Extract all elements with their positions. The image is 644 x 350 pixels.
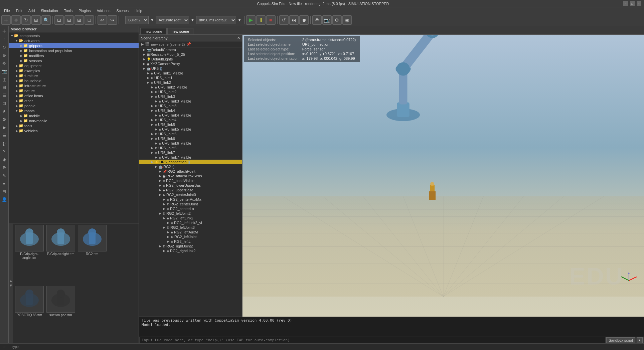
- hier-item-RG2_attachPoint[interactable]: ▶📌RG2_attachPoint: [139, 169, 242, 174]
- left-icon-wire[interactable]: ◫: [1, 75, 8, 83]
- left-icon-copy[interactable]: ⊡: [1, 100, 8, 107]
- lua-input[interactable]: [140, 337, 605, 343]
- hier-item-RG2_centerJoint[interactable]: ▶⚙RG2_centerJoint: [139, 202, 242, 206]
- left-icon-extra1[interactable]: ◈: [1, 156, 8, 163]
- tb-settings-btn[interactable]: ⚙: [332, 15, 342, 25]
- thumbnail-item-1[interactable]: P-Grip-straight.ttm: [46, 225, 76, 285]
- viewport-3d[interactable]: Selected objects: 2 (frame-frame distanc…: [243, 35, 644, 317]
- hier-item-XYZCameraProxy[interactable]: ▶◉XYZCameraProxy: [139, 61, 242, 66]
- scene-tab-1[interactable]: new scene: [140, 28, 167, 34]
- left-icon-obj[interactable]: ⚙: [1, 116, 8, 123]
- hier-item-ResizableFloor_5_25[interactable]: ▶▦ResizableFloor_5_25: [139, 52, 242, 57]
- minimize-button[interactable]: −: [623, 1, 628, 6]
- tb-redo-btn[interactable]: ↪: [108, 15, 117, 25]
- tb-wire-btn[interactable]: ⊞: [74, 15, 84, 25]
- model-tree-item-actuators[interactable]: ▼📂actuators: [9, 38, 139, 43]
- hier-item-RG2_rightLink2[interactable]: ▶◈RG2_rightLink2: [139, 248, 242, 253]
- hier-item-UR5_link5_visible[interactable]: ▶◈UR5_link5_visible: [139, 127, 242, 132]
- menu-file[interactable]: File: [1, 7, 13, 14]
- hier-item-UR5_link6[interactable]: ▶◈UR5_link6: [139, 136, 242, 141]
- left-icon-extra4[interactable]: ≡: [1, 180, 8, 187]
- thumbnail-item-3[interactable]: ROBOTIQ 85.ttm: [14, 286, 44, 342]
- maximize-button[interactable]: □: [630, 1, 635, 6]
- hier-item-UR5_link3_visible[interactable]: ▶◈UR5_link3_visible: [139, 99, 242, 104]
- tb-cam2-btn[interactable]: 📷: [322, 15, 332, 25]
- menu-scenes[interactable]: Scenes: [114, 7, 131, 14]
- left-icon-move[interactable]: ↑: [1, 35, 8, 43]
- model-tree-item-sensors[interactable]: ▶📁sensors: [9, 58, 139, 63]
- left-icon-script[interactable]: {}: [1, 140, 8, 147]
- left-icon-help[interactable]: ?: [1, 148, 8, 155]
- hier-item-RG2_leftJoint3[interactable]: ▶⚙RG2_leftJoint3: [139, 225, 242, 230]
- accuracy-select[interactable]: Accurate (def:: [156, 16, 189, 24]
- left-icon-align[interactable]: ☰: [1, 92, 8, 99]
- hier-item-UR5_link7_visible[interactable]: ▶◈UR5_link7_visible: [139, 155, 242, 160]
- left-icon-sim[interactable]: ▶: [1, 124, 8, 131]
- physics-engine-select[interactable]: Bullet 2.: [125, 16, 149, 24]
- menu-add[interactable]: Add: [26, 7, 38, 14]
- hier-item-RG2_centerAuxMa[interactable]: ▶◈RG2_centerAuxMa: [139, 197, 242, 202]
- hier-item-UR5_link5[interactable]: ▶◈UR5_link5: [139, 122, 242, 127]
- left-icon-del[interactable]: ✗: [1, 108, 8, 115]
- tb-scale-btn[interactable]: ⊞: [31, 15, 41, 25]
- left-icon-select[interactable]: ✛: [1, 27, 8, 35]
- hier-close-icon[interactable]: ✕: [237, 36, 240, 40]
- hier-item-RG2_leftAuxM[interactable]: ▶◈RG2_leftAuxM: [139, 230, 242, 234]
- tb-undo-btn[interactable]: ↩: [98, 15, 107, 25]
- model-tree-item-locomotion[interactable]: ▶📁locomotion and propulsion: [9, 48, 139, 53]
- hier-item-UR5_joint5[interactable]: ▶⚙UR5_joint5: [139, 132, 242, 136]
- hier-item-UR5_connection[interactable]: ▶⚡UR5_connection{}: [139, 160, 242, 164]
- hier-item-UR5_link2_visible[interactable]: ▶◈UR5_link2_visible: [139, 85, 242, 90]
- hier-item-UR5_link2[interactable]: ▶◈UR5_link2: [139, 80, 242, 85]
- hier-item-UR5_joint2[interactable]: ▶⚙UR5_joint2: [139, 90, 242, 94]
- model-tree-item-household[interactable]: ▶📁household: [9, 78, 139, 83]
- thumbnail-item-0[interactable]: P-Grip-right-angle.ttm: [14, 225, 44, 285]
- scene-tab-2[interactable]: new scene: [167, 28, 194, 34]
- model-tree-item-non-mobile[interactable]: ▶📁non-mobile: [9, 118, 139, 123]
- play-button[interactable]: ▶: [246, 15, 256, 25]
- menu-help[interactable]: Help: [132, 7, 145, 14]
- stop-button[interactable]: ■: [266, 15, 276, 25]
- hier-item-RG2_leftLink2[interactable]: ▶◈RG2_leftLink2: [139, 216, 242, 220]
- hier-item-RG2_leftJoint[interactable]: ▶⚙RG2_leftJoint: [139, 234, 242, 239]
- tb-select-btn[interactable]: ✛: [1, 15, 11, 25]
- model-tree-item-components[interactable]: ▼📂components: [9, 33, 139, 38]
- model-tree-item-infrastructure[interactable]: ▶📁infrastructure: [9, 83, 139, 88]
- tb-obj-btn[interactable]: ⊡: [54, 15, 64, 25]
- hier-item-RG2_upperBase[interactable]: ▶◈RG2_upperBase: [139, 188, 242, 192]
- left-icon-extra2[interactable]: ⊕: [1, 164, 8, 171]
- left-icon-people[interactable]: 👤: [1, 196, 8, 203]
- menu-simulation[interactable]: Simulation: [38, 7, 60, 14]
- hier-item-UR5_joint4[interactable]: ▶⚙UR5_joint4: [139, 118, 242, 122]
- hier-item-UR5[interactable]: ▶🤖UR5{}: [139, 66, 242, 71]
- hier-item-UR5_joint1[interactable]: ▶⚙UR5_joint1: [139, 75, 242, 80]
- tb-record-btn[interactable]: ⏺: [299, 15, 309, 25]
- thumbnail-item-2[interactable]: RG2.ttm: [77, 225, 107, 285]
- timestep-select[interactable]: dt=50 ms (defau:: [196, 16, 236, 24]
- hier-item-DefaultCamera[interactable]: ▶📷DefaultCamera: [139, 47, 242, 52]
- model-tree-item-tools[interactable]: ▶📁tools: [9, 123, 139, 128]
- hier-item-UR5_joint6[interactable]: ▶⚙UR5_joint6: [139, 146, 242, 150]
- hier-item-UR5_link6_visible[interactable]: ▶◈UR5_link6_visible: [139, 141, 242, 146]
- thumb-scroll-up[interactable]: ▲▼: [9, 223, 13, 343]
- menu-addons[interactable]: Add-ons: [94, 7, 113, 14]
- hier-item-RG2_attachProxSens[interactable]: ▶◉RG2_attachProxSens: [139, 174, 242, 178]
- model-tree-item-furniture[interactable]: ▶📁furniture: [9, 73, 139, 78]
- left-icon-snap[interactable]: ⊞: [1, 83, 8, 91]
- model-tree-item-people[interactable]: ▶📁people: [9, 103, 139, 108]
- model-tree-item-mobile[interactable]: ▶📁mobile: [9, 113, 139, 118]
- menu-plugins[interactable]: Plugins: [76, 7, 93, 14]
- hier-item-RG2[interactable]: ▶🤖RG2{}: [139, 164, 242, 169]
- hier-item-UR5_link4_visible[interactable]: ▶◈UR5_link4_visible: [139, 113, 242, 118]
- model-tree-item-robots[interactable]: ▼📂robots: [9, 108, 139, 113]
- hier-item-RG2_leftJoint2[interactable]: ▶⚙RG2_leftJoint2: [139, 211, 242, 216]
- tb-cam-btn[interactable]: □: [85, 15, 94, 25]
- left-icon-extra3[interactable]: ✎: [1, 172, 8, 179]
- left-icon-zoom[interactable]: ⊕: [1, 51, 8, 59]
- thumbnail-item-4[interactable]: suction pad.ttm: [46, 286, 76, 342]
- hier-item-UR5_link1_visible[interactable]: ▶◈UR5_link1_visible: [139, 71, 242, 75]
- left-icon-pan[interactable]: ✥: [1, 59, 8, 67]
- model-tree-item-modifiers[interactable]: ▶📁modifiers: [9, 53, 139, 58]
- tb-vis-btn[interactable]: 👁: [312, 15, 322, 25]
- pause-button[interactable]: ⏸: [256, 15, 266, 25]
